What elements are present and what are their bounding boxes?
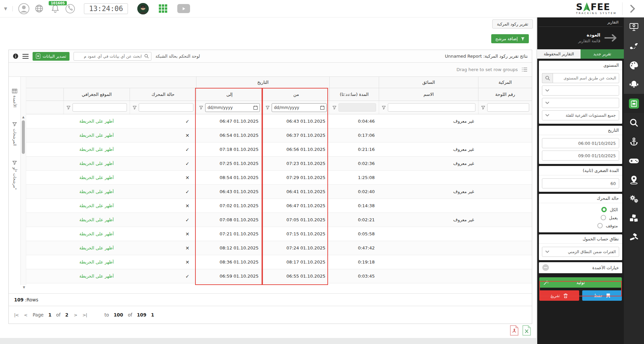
scrollbar-thumb[interactable] bbox=[22, 120, 25, 154]
level-select-2[interactable] bbox=[542, 98, 619, 108]
row-group-bar[interactable]: Drag here to set row groups bbox=[9, 63, 532, 77]
date-to-input[interactable]: 09:00 01/10/2025 bbox=[542, 151, 619, 161]
funnel-icon[interactable] bbox=[199, 106, 203, 110]
date-from-input[interactable]: 06:00 01/10/2025 bbox=[542, 138, 619, 148]
funnel-icon[interactable] bbox=[332, 106, 336, 110]
menu-hamburger-icon[interactable] bbox=[22, 54, 29, 59]
show-on-map-link[interactable]: أظهر على الخريطة bbox=[63, 147, 130, 152]
funnel-icon[interactable] bbox=[66, 106, 71, 110]
info-icon[interactable] bbox=[13, 53, 18, 59]
rail-anchor-icon[interactable] bbox=[624, 132, 644, 151]
filter-engine-input[interactable] bbox=[139, 103, 193, 112]
engine-option-stopped[interactable]: متوقف bbox=[542, 222, 619, 229]
rail-settings-gears-icon[interactable] bbox=[624, 189, 644, 209]
show-on-map-link[interactable]: أظهر على الخريطة bbox=[63, 231, 130, 236]
notifications-bell-icon[interactable] bbox=[51, 4, 60, 13]
tab-or-filters[interactable]: مرشحات "أو" bbox=[12, 161, 17, 190]
clear-button[interactable]: تفريغ bbox=[539, 290, 579, 301]
tab-saved-reports[interactable]: التقارير المحفوظة bbox=[537, 49, 581, 59]
column-header-name[interactable]: الاسم bbox=[379, 88, 478, 101]
level-select-1[interactable] bbox=[542, 85, 619, 96]
rail-routes-icon[interactable] bbox=[624, 37, 644, 56]
cell-engine-status: ✕ bbox=[130, 133, 196, 138]
column-header-location[interactable]: الموقع الجغرافي bbox=[63, 88, 130, 101]
cell-duration: 0:14:38 bbox=[329, 203, 379, 208]
search-icon[interactable] bbox=[542, 73, 553, 83]
tab-columns[interactable]: الأعمدة bbox=[12, 89, 17, 107]
scroll-up-icon[interactable]: ▲ bbox=[22, 116, 25, 119]
panel-collapse-chevron-icon[interactable] bbox=[628, 4, 640, 13]
filter-plate-input[interactable] bbox=[487, 103, 529, 112]
show-on-map-link[interactable]: أظهر على الخريطة bbox=[63, 260, 130, 265]
rail-monitor-tracking-icon[interactable] bbox=[624, 17, 644, 37]
column-header-to[interactable]: إلى bbox=[196, 88, 263, 101]
prev-page-button[interactable]: < bbox=[24, 312, 27, 318]
level-sublevels-select[interactable]: جميع المستويات الفرعية للفئة bbox=[542, 110, 619, 120]
export-data-button[interactable]: تصدير البيانات bbox=[33, 52, 70, 61]
idle-scope-select[interactable]: الفترات ضمن النطاق الزمني bbox=[542, 247, 619, 257]
rail-locations-icon[interactable] bbox=[624, 170, 644, 189]
filter-location-input[interactable] bbox=[73, 103, 127, 112]
rail-assets-cubes-icon[interactable] bbox=[624, 209, 644, 228]
level-search-input[interactable] bbox=[553, 73, 619, 83]
rail-gamepad-icon[interactable] bbox=[624, 151, 644, 170]
first-page-button[interactable]: |< bbox=[14, 312, 18, 318]
globe-icon[interactable] bbox=[35, 4, 43, 13]
back-to-reports[interactable]: العودة قائمة التقارير bbox=[537, 27, 624, 49]
vertical-scrollbar[interactable]: ▲ bbox=[21, 77, 26, 285]
video-tutorials-icon[interactable] bbox=[177, 4, 190, 13]
show-on-map-link[interactable]: أظهر على الخريطة bbox=[63, 274, 130, 279]
show-on-map-link[interactable]: أظهر على الخريطة bbox=[63, 161, 130, 166]
column-header-from[interactable]: من bbox=[263, 88, 329, 101]
generate-button[interactable]: توليد bbox=[539, 277, 622, 288]
engine-option-running[interactable]: يعمل bbox=[542, 214, 619, 221]
column-header-plate[interactable]: رقم اللوحة bbox=[478, 88, 532, 101]
back-arrow-icon bbox=[604, 34, 617, 42]
show-on-map-link[interactable]: أظهر على الخريطة bbox=[63, 189, 130, 194]
group-header-driver[interactable]: السائق bbox=[379, 77, 478, 88]
funnel-icon[interactable] bbox=[133, 106, 137, 110]
support-phone-icon[interactable] bbox=[65, 4, 75, 14]
rail-reports-icon[interactable] bbox=[624, 94, 644, 113]
column-header-engine[interactable]: حالة المحرك bbox=[130, 88, 196, 101]
filter-name-input[interactable] bbox=[388, 103, 475, 112]
group-header-vehicle[interactable]: المركبة bbox=[478, 77, 532, 88]
filter-to-date-input[interactable]: dd/mm/yyyy bbox=[205, 103, 260, 112]
last-page-button[interactable]: >| bbox=[83, 312, 87, 318]
add-filter-button[interactable]: إضافة مرشح bbox=[491, 34, 529, 43]
tab-new-report[interactable]: تقرير جديد bbox=[581, 49, 624, 59]
show-on-map-link[interactable]: أظهر على الخريطة bbox=[63, 245, 130, 250]
min-duration-input[interactable]: 60 bbox=[542, 178, 619, 188]
radio-icon[interactable] bbox=[597, 223, 603, 228]
show-on-map-link[interactable]: أظهر على الخريطة bbox=[63, 119, 130, 124]
rail-search-icon[interactable] bbox=[624, 113, 644, 132]
apps-grid-icon[interactable] bbox=[159, 4, 167, 13]
rail-alerts-bell-icon[interactable] bbox=[624, 75, 644, 94]
save-button[interactable]: حفظ bbox=[582, 290, 622, 301]
radio-selected-icon[interactable] bbox=[601, 207, 607, 212]
show-on-map-link[interactable]: أظهر على الخريطة bbox=[63, 175, 130, 180]
funnel-icon[interactable] bbox=[266, 106, 270, 110]
user-placeholder-icon[interactable] bbox=[18, 3, 30, 14]
scroll-down-icon[interactable]: ▼ bbox=[23, 286, 25, 289]
column-header-duration[interactable]: المدة (سا:دد:ثا) bbox=[329, 88, 379, 101]
funnel-icon[interactable] bbox=[481, 106, 485, 110]
rail-rules-gavel-icon[interactable] bbox=[624, 228, 644, 247]
engine-option-all[interactable]: الكل bbox=[542, 206, 619, 213]
funnel-icon[interactable] bbox=[382, 106, 386, 110]
show-on-map-link[interactable]: أظهر على الخريطة bbox=[63, 217, 130, 222]
collapse-minus-icon[interactable] bbox=[542, 264, 549, 271]
collapse-chevron-icon[interactable]: ▼ bbox=[4, 6, 7, 11]
show-on-map-link[interactable]: أظهر على الخريطة bbox=[63, 203, 130, 208]
next-page-button[interactable]: > bbox=[74, 312, 77, 318]
excel-export-icon[interactable] bbox=[522, 325, 531, 336]
user-avatar[interactable] bbox=[137, 3, 149, 14]
pdf-export-icon[interactable] bbox=[510, 325, 518, 336]
group-header-date[interactable]: التاريخ bbox=[196, 77, 329, 88]
filter-from-date-input[interactable]: dd/mm/yyyy bbox=[272, 103, 327, 112]
grid-search-input[interactable] bbox=[76, 54, 142, 59]
show-on-map-link[interactable]: أظهر على الخريطة bbox=[63, 133, 130, 138]
radio-icon[interactable] bbox=[601, 215, 606, 220]
rail-palette-icon[interactable] bbox=[624, 56, 644, 75]
tab-filters[interactable]: المرشحات bbox=[12, 122, 17, 146]
